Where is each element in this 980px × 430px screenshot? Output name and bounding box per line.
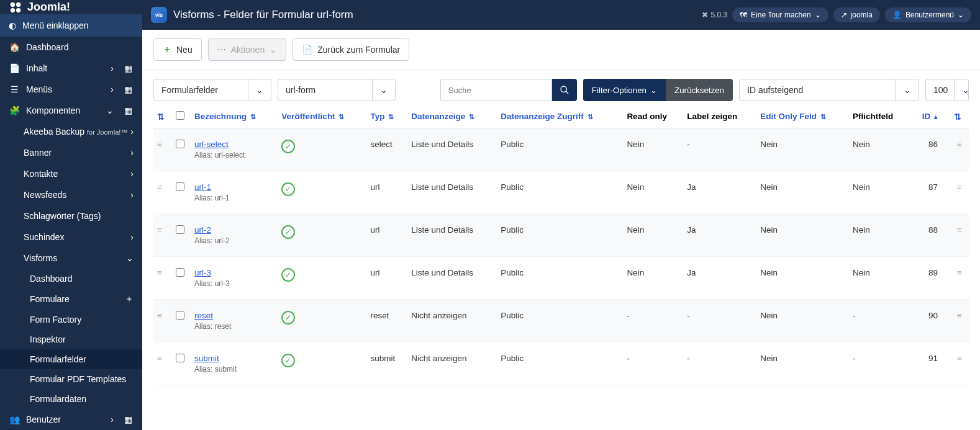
svg-line-5 <box>566 91 568 94</box>
drag-handle-icon[interactable]: ≡ <box>157 268 162 277</box>
chevron-down-icon: ⌄ <box>248 79 263 101</box>
grid-icon[interactable]: ▦ <box>122 84 134 94</box>
col-published[interactable]: Veröffentlicht ⇅ <box>278 105 366 128</box>
cell-editonly: Nein <box>756 257 849 300</box>
published-toggle[interactable]: ✓ <box>281 354 295 367</box>
page-title: vis Visforms - Felder für Formular url-f… <box>151 7 353 23</box>
col-order[interactable]: ⇅ <box>153 105 172 128</box>
col-checkall[interactable] <box>172 105 191 128</box>
published-toggle[interactable]: ✓ <box>281 311 295 325</box>
row-checkbox[interactable] <box>176 140 184 148</box>
check-all[interactable] <box>176 111 184 120</box>
chevron-right-icon: › <box>111 63 114 73</box>
row-menu-icon[interactable]: ≡ <box>950 343 969 385</box>
cell-pflicht: Nein <box>849 128 910 171</box>
field-name-link[interactable]: submit <box>194 354 219 363</box>
sub-tags[interactable]: Schlagwörter (Tags) <box>0 205 142 226</box>
col-datenanzeige[interactable]: Datenanzeige ⇅ <box>407 105 497 128</box>
nav-inhalt[interactable]: 📄 Inhalt › ▦ <box>0 58 142 79</box>
nav-komponenten[interactable]: 🧩 Komponenten ⌄ ▦ <box>0 100 142 121</box>
plus-icon[interactable]: ＋ <box>125 293 134 305</box>
vf-dashboard[interactable]: Dashboard <box>0 269 142 289</box>
back-button[interactable]: 📄 Zurück zum Formular <box>293 38 409 61</box>
sub-suchindex[interactable]: Suchindex › <box>0 226 142 248</box>
grid-icon[interactable]: ▦ <box>122 414 134 424</box>
vf-formulare[interactable]: Formulare ＋ <box>0 289 142 310</box>
filter-options-button[interactable]: Filter-Optionen ⌄ <box>583 79 666 101</box>
row-menu-icon[interactable]: ≡ <box>950 128 969 171</box>
col-menu[interactable]: ⇅ <box>950 105 969 128</box>
field-name-link[interactable]: url-3 <box>194 268 211 277</box>
drag-handle-icon[interactable]: ≡ <box>157 225 162 235</box>
new-button[interactable]: ＋ Neu <box>153 38 202 61</box>
row-checkbox[interactable] <box>176 225 184 234</box>
sub-newsfeeds[interactable]: Newsfeeds › <box>0 184 142 205</box>
filter-form-select[interactable]: url-form ⌄ <box>278 79 396 101</box>
field-name-link[interactable]: url-1 <box>194 182 211 192</box>
dots-icon: ⋯ <box>217 45 226 55</box>
field-name-link[interactable]: url-select <box>194 140 229 149</box>
row-menu-icon[interactable]: ≡ <box>950 300 969 343</box>
vf-formularfelder[interactable]: Formularfelder <box>0 349 142 369</box>
file-icon: 📄 <box>302 45 312 55</box>
sort-icon: ⇅ <box>338 113 344 120</box>
reset-button[interactable]: Zurücksetzen <box>666 79 733 101</box>
vf-daten[interactable]: Formulardaten <box>0 389 142 409</box>
published-toggle[interactable]: ✓ <box>281 225 295 239</box>
sub2-label: Formular PDF Templates <box>30 374 126 384</box>
brand[interactable]: Joomla! <box>0 0 142 14</box>
col-zugriff[interactable]: Datenanzeige Zugriff ⇅ <box>497 105 623 128</box>
row-checkbox[interactable] <box>176 311 184 320</box>
nav-menus[interactable]: ☰ Menüs › ▦ <box>0 79 142 100</box>
sub-kontakte[interactable]: Kontakte › <box>0 163 142 184</box>
vf-pdf[interactable]: Formular PDF Templates <box>0 369 142 389</box>
col-id[interactable]: ID ▴ <box>910 105 950 128</box>
drag-handle-icon[interactable]: ≡ <box>157 354 162 363</box>
frontend-link[interactable]: ↗ joomla <box>833 7 880 22</box>
search-input[interactable] <box>440 79 552 101</box>
limit-select[interactable]: 100 ⌄ <box>925 79 969 101</box>
vf-inspektor[interactable]: Inspektor <box>0 329 142 349</box>
row-checkbox[interactable] <box>176 354 184 362</box>
col-editonly[interactable]: Edit Only Feld ⇅ <box>756 105 849 128</box>
cell-datenanzeige: Liste und Details <box>407 128 497 171</box>
drag-handle-icon[interactable]: ≡ <box>157 140 162 149</box>
nav-benutzer[interactable]: 👥 Benutzer › ▦ <box>0 409 142 430</box>
col-bezeichnung[interactable]: Bezeichnung ⇅ <box>191 105 278 128</box>
sub-banner[interactable]: Banner › <box>0 142 142 163</box>
sort-asc-icon: ▴ <box>934 113 938 120</box>
chevron-down-icon: ⌄ <box>896 79 911 101</box>
published-toggle[interactable]: ✓ <box>281 140 295 153</box>
tour-button[interactable]: 🗺 Eine Tour machen ⌄ <box>732 7 828 22</box>
search-button[interactable] <box>552 79 577 101</box>
menu-collapse-toggle[interactable]: ◐ Menü einklappen <box>0 14 142 37</box>
filter-area-select[interactable]: Formularfelder ⌄ <box>153 79 271 101</box>
row-menu-icon[interactable]: ≡ <box>950 171 969 214</box>
drag-handle-icon[interactable]: ≡ <box>157 182 162 192</box>
version-text: 5.0.3 <box>710 11 727 19</box>
field-name-link[interactable]: url-2 <box>194 225 211 235</box>
list-icon: ☰ <box>9 84 20 94</box>
usermenu-button[interactable]: 👤 Benutzermenü ⌄ <box>885 7 971 22</box>
published-toggle[interactable]: ✓ <box>281 268 295 282</box>
row-checkbox[interactable] <box>176 182 184 191</box>
cell-readonly: Nein <box>623 257 683 300</box>
row-menu-icon[interactable]: ≡ <box>950 257 969 300</box>
field-name-link[interactable]: reset <box>194 311 213 320</box>
chevron-down-icon: ⌄ <box>270 45 277 55</box>
drag-handle-icon[interactable]: ≡ <box>157 311 162 320</box>
col-typ[interactable]: Typ ⇅ <box>367 105 408 128</box>
vf-formfactory[interactable]: Form Factory <box>0 310 142 329</box>
sort-select[interactable]: ID aufsteigend ⌄ <box>739 79 919 101</box>
sub-visforms[interactable]: Visforms ⌄ <box>0 248 142 269</box>
published-toggle[interactable]: ✓ <box>281 182 295 196</box>
nav-dashboard[interactable]: 🏠 Dashboard <box>0 37 142 58</box>
grid-icon[interactable]: ▦ <box>122 63 134 73</box>
sub-akeeba[interactable]: Akeeba Backup for Joomla!™ › <box>0 121 142 142</box>
col-labelzeigen: Label zeigen <box>683 105 756 128</box>
row-checkbox[interactable] <box>176 268 184 277</box>
row-menu-icon[interactable]: ≡ <box>950 214 969 257</box>
actions-button[interactable]: ⋯ Aktionen ⌄ <box>208 38 286 61</box>
grid-icon[interactable]: ▦ <box>122 105 134 115</box>
joomla-icon: ✖ <box>702 11 708 19</box>
